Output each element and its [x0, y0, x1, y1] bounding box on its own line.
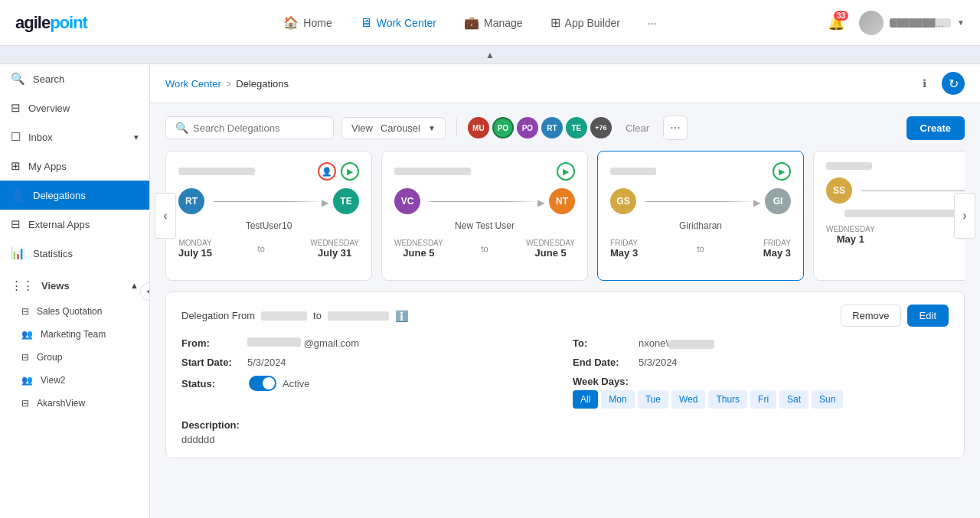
toolbar-separator — [456, 119, 457, 137]
sidebar: 🔍 Search ⊟ Overview ☐ Inbox ▾ ⊞ My Apps … — [0, 64, 150, 518]
card-3-end-day: FRIDAY — [763, 239, 791, 247]
card-3-start: FRIDAY May 3 — [610, 239, 638, 259]
weekdays-label: Week Days: — [573, 376, 629, 387]
nav-manage[interactable]: 💼 Manage — [453, 9, 534, 36]
sidebar-item-delegations[interactable]: 👤 Delegations — [0, 181, 149, 210]
carousel-next-button[interactable]: › — [954, 193, 975, 239]
sidebar-item-salesquotation[interactable]: ⊟ Sales Quotation — [0, 300, 149, 323]
chip-rt[interactable]: RT — [541, 117, 563, 138]
chip-more[interactable]: +76 — [590, 117, 612, 138]
day-sun[interactable]: Sun — [812, 390, 843, 409]
delegation-card-1[interactable]: 👤 ▶ RT ▶ TE TestUser10 — [165, 151, 372, 281]
card-1-play-icon[interactable]: ▶ — [341, 162, 359, 181]
sidebar-item-myapps[interactable]: ⊞ My Apps — [0, 151, 149, 181]
clear-filter-button[interactable]: Clear — [619, 119, 655, 137]
card-1-delegation-row: RT ▶ TE — [178, 188, 359, 214]
card-1-dates: MONDAY July 15 to WEDNESDAY July 31 — [178, 239, 359, 259]
nav-workcenter[interactable]: 🖥 Work Center — [349, 10, 447, 36]
refresh-button[interactable]: ↻ — [942, 72, 965, 95]
carousel-prev-button[interactable]: ‹ — [155, 193, 176, 239]
card-1-end: WEDNESDAY July 31 — [310, 239, 359, 259]
nav-more[interactable]: ··· — [637, 11, 668, 35]
nav-right: 🔔 33 ██████████ ▼ — [822, 9, 965, 37]
day-thurs[interactable]: Thurs — [708, 390, 747, 409]
edit-button[interactable]: Edit — [907, 305, 949, 327]
sidebar-item-externalapps-label: External Apps — [28, 219, 90, 230]
card-4-from-avatar: SS — [826, 178, 852, 204]
inbox-arrow-icon: ▾ — [134, 132, 139, 142]
delegation-card-2[interactable]: ▶ VC ▶ NT New Test User — [381, 151, 588, 281]
card-4-header — [826, 162, 965, 170]
sidebar-item-akarshview[interactable]: ⊟ AkarshView — [0, 392, 149, 415]
toggle-circle — [263, 377, 275, 389]
card-3-to-avatar: GI — [765, 188, 791, 214]
sidebar-item-view2[interactable]: 👥 View2 — [0, 369, 149, 392]
view-dropdown-icon: ▼ — [428, 124, 436, 132]
sidebar-item-search[interactable]: 🔍 Search — [0, 64, 149, 93]
weekdays-field: Week Days: All Mon Tue Wed Thurs Fri Sat… — [573, 376, 949, 409]
info-button[interactable]: ℹ — [913, 72, 936, 95]
card-1-user-icon[interactable]: 👤 — [318, 162, 336, 181]
nav-home-label: Home — [303, 17, 332, 29]
search-delegations-input[interactable] — [193, 122, 324, 134]
day-wed[interactable]: Wed — [671, 390, 705, 409]
collapse-bar[interactable]: ▲ — [0, 46, 980, 64]
details-title: Delegation From to ℹ️ — [181, 310, 408, 322]
day-all[interactable]: All — [573, 390, 598, 409]
logo[interactable]: agilepoint — [15, 13, 87, 33]
sidebar-item-views[interactable]: ⋮⋮ Views ▲ — [0, 271, 149, 300]
sidebar-item-group[interactable]: ⊟ Group — [0, 346, 149, 369]
status-field: Status: Active — [181, 376, 557, 391]
appbuilder-icon: ⊞ — [550, 15, 560, 30]
card-3-play-icon[interactable]: ▶ — [773, 162, 791, 181]
chip-te[interactable]: TE — [566, 117, 587, 138]
sidebar-item-externalapps[interactable]: ⊟ External Apps — [0, 210, 149, 239]
chip-po2[interactable]: PO — [517, 117, 538, 138]
sidebar-item-statistics[interactable]: 📊 Statistics — [0, 239, 149, 268]
more-options-button[interactable]: ··· — [663, 116, 688, 140]
card-2-start-day: WEDNESDAY — [394, 239, 443, 247]
overview-icon: ⊟ — [11, 101, 21, 115]
details-grid: From: @gmail.com Start Date: 5/3/2024 St… — [181, 337, 949, 409]
day-tue[interactable]: Tue — [638, 390, 668, 409]
nav-appbuilder[interactable]: ⊞ App Builder — [540, 9, 631, 36]
card-1-end-day: WEDNESDAY — [310, 239, 359, 247]
breadcrumb-parent[interactable]: Work Center — [165, 78, 221, 90]
day-fri[interactable]: Fri — [750, 390, 776, 409]
sidebar-item-myapps-label: My Apps — [28, 161, 67, 172]
sidebar-item-statistics-label: Statistics — [33, 248, 73, 259]
sidebar-item-marketingteam[interactable]: 👥 Marketing Team — [0, 323, 149, 346]
sidebar-item-inbox[interactable]: ☐ Inbox ▾ — [0, 122, 149, 151]
card-4-delegatee — [844, 210, 965, 217]
top-nav: agilepoint 🏠 Home 🖥 Work Center 💼 Manage… — [0, 0, 980, 46]
delegation-from-label: Delegation From — [181, 310, 255, 321]
end-date-value: 5/3/2024 — [639, 357, 678, 368]
card-2-play-icon[interactable]: ▶ — [557, 162, 575, 181]
details-info-icon[interactable]: ℹ️ — [395, 310, 408, 322]
day-mon[interactable]: Mon — [601, 390, 634, 409]
details-panel: Delegation From to ℹ️ Remove Edit Fro — [165, 292, 965, 458]
status-toggle[interactable] — [249, 376, 276, 391]
remove-button[interactable]: Remove — [841, 305, 900, 327]
card-2-delegatee: New Test User — [394, 220, 575, 231]
manage-icon: 💼 — [464, 15, 479, 30]
view-selector[interactable]: View Carousel ▼ — [341, 117, 446, 139]
search-delegations-box[interactable]: 🔍 — [165, 116, 334, 139]
delegation-card-3[interactable]: ▶ GS ▶ GI Giridharan — [597, 151, 804, 281]
sidebar-item-overview[interactable]: ⊟ Overview — [0, 93, 149, 122]
card-2-icons: ▶ — [557, 162, 575, 181]
notification-button[interactable]: 🔔 33 — [822, 9, 850, 37]
delegation-card-4[interactable]: SS WEDNESDAY May 1 — [813, 151, 965, 281]
user-menu[interactable]: ██████████ ▼ — [859, 11, 965, 35]
day-sat[interactable]: Sat — [779, 390, 808, 409]
card-3-dates: FRIDAY May 3 to FRIDAY May 3 — [610, 239, 791, 259]
to-blurred-value — [668, 340, 714, 349]
description-section: Description: dddddd — [181, 419, 949, 445]
breadcrumb-separator: > — [226, 78, 232, 90]
nav-home[interactable]: 🏠 Home — [273, 9, 342, 36]
card-3-from-avatar: GS — [610, 188, 636, 214]
create-button[interactable]: Create — [906, 116, 965, 140]
chip-mu[interactable]: MU — [468, 117, 489, 138]
card-1-start-day: MONDAY — [178, 239, 212, 247]
chip-po[interactable]: PO — [492, 117, 514, 138]
